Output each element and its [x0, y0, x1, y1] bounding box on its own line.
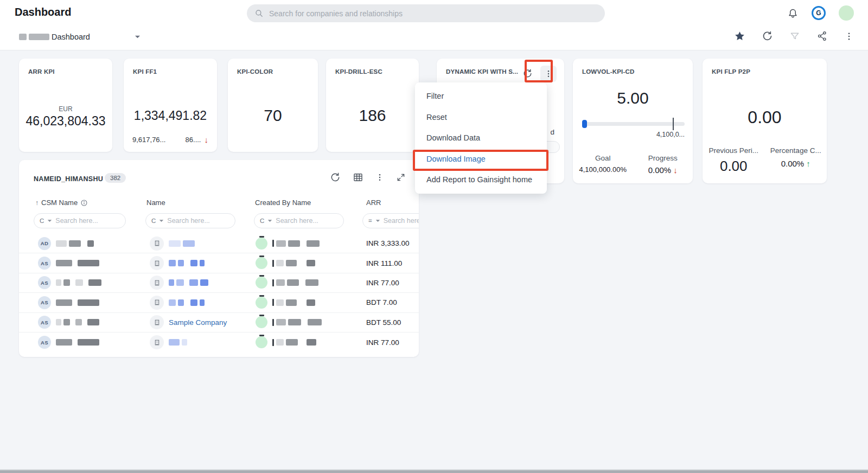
chevron-down-icon [159, 219, 164, 222]
filter-placeholder: Search here... [55, 217, 98, 225]
arr-value: BDT 55.00 [366, 318, 401, 327]
report-refresh-icon[interactable] [330, 172, 341, 183]
favorite-star-icon[interactable] [734, 30, 745, 42]
horizontal-scrollbar[interactable] [0, 469, 868, 473]
csm-avatar: AS [38, 257, 51, 270]
kpi-value: 46,023,804.33 [19, 114, 112, 129]
card-refresh-icon[interactable] [522, 68, 533, 79]
kpi-card-kpi-drill-esc[interactable]: KPI-DRILL-ESC 186 [326, 59, 419, 152]
chevron-down-icon [267, 219, 272, 222]
creator-avatar [256, 277, 267, 289]
filter-csm-name[interactable]: C Search here... [34, 213, 126, 228]
slider-thumb[interactable] [582, 120, 587, 128]
user-avatar[interactable] [839, 5, 854, 21]
search-placeholder: Search for companies and relationships [269, 9, 403, 18]
trend-up-icon: ↑ [806, 159, 810, 168]
column-header-csm-name[interactable]: ↑ CSM Name [35, 199, 88, 207]
card-context-menu: Filter Reset Download Data Download Imag… [415, 82, 547, 194]
page-title: Dashboard [15, 6, 71, 18]
filter-placeholder: Search here... [167, 217, 210, 225]
table-view-icon[interactable] [353, 172, 363, 183]
share-network-icon[interactable] [816, 30, 828, 42]
filter-created-by-name[interactable]: C Search here... [254, 213, 344, 228]
table-row[interactable]: AS INR 77.00 [19, 333, 419, 352]
percentage-change-value: 0.00% ↑ [765, 159, 827, 168]
kpi-footer-left: 9,617,76... [132, 136, 165, 144]
report-kebab-menu-icon[interactable] [375, 173, 384, 182]
table-row[interactable]: AS Sample Company BDT 55.00 [19, 313, 419, 333]
kpi-title: KPI-COLOR [237, 68, 273, 75]
global-search-input[interactable]: Search for companies and relationships [247, 4, 605, 22]
kpi-title: KPI FLP P2P [712, 68, 750, 75]
progress-block: Progress 0.00% ↓ [633, 154, 693, 175]
sort-ascending-icon[interactable]: ↑ [35, 199, 39, 207]
progress-value: 0.00% ↓ [633, 165, 693, 175]
csm-avatar: AS [38, 296, 51, 309]
company-building-icon [150, 237, 164, 251]
percentage-change-label: Percentage C... [765, 146, 827, 155]
dashboard-toolbar-actions [734, 30, 854, 42]
column-header-arr[interactable]: ARR [366, 199, 381, 207]
creator-avatar [256, 297, 267, 309]
goal-label: Goal [573, 154, 633, 162]
table-row[interactable]: AS BDT 7.00 [19, 293, 419, 312]
search-icon [254, 9, 264, 18]
card-kebab-menu-icon[interactable] [540, 66, 557, 82]
table-row[interactable]: AD INR 3,333.00 [19, 234, 419, 253]
menu-item-download-image[interactable]: Download Image [415, 149, 547, 170]
creator-avatar [256, 316, 267, 328]
kpi-value: 0.00 [703, 107, 827, 127]
filter-operator[interactable]: C [40, 218, 44, 224]
more-options-kebab-icon[interactable] [844, 31, 854, 41]
slider-goal-tick [673, 118, 674, 130]
table-row[interactable]: AS INR 111.00 [19, 253, 419, 273]
company-building-icon [150, 276, 164, 290]
filter-name[interactable]: C Search here... [145, 213, 235, 228]
column-header-created-by-name[interactable]: Created By Name [255, 199, 311, 207]
chevron-down-icon [135, 35, 141, 39]
menu-item-add-report-to-gainsight-home[interactable]: Add Report to Gainsight home [415, 169, 547, 190]
goal-progress-slider[interactable] [582, 122, 685, 126]
menu-item-reset[interactable]: Reset [415, 107, 547, 128]
previous-period-label: Previous Peri... [703, 146, 765, 155]
expand-maximize-icon[interactable] [396, 172, 406, 182]
notifications-bell-icon[interactable] [787, 8, 799, 19]
csm-avatar: AS [38, 316, 51, 329]
refresh-icon[interactable] [762, 30, 773, 42]
slider-max-label: 4,100,0... [656, 131, 685, 138]
company-building-icon [150, 256, 164, 270]
filter-operator[interactable]: C [260, 218, 264, 224]
arr-value: INR 3,333.00 [366, 239, 410, 247]
dashboard-toolbar: Dashboard [0, 26, 868, 50]
kpi-card-kpi-color[interactable]: KPI-COLOR 70 [228, 59, 318, 152]
filter-operator[interactable]: C [151, 218, 156, 224]
csm-avatar: AS [38, 276, 51, 289]
menu-item-download-data[interactable]: Download Data [415, 127, 547, 149]
kpi-card-lowvol[interactable]: LOWVOL-KPI-CD 5.00 4,100,0... Goal 4,100… [573, 59, 693, 183]
report-title: NAMEID_HIMANSHU [34, 175, 103, 183]
chevron-down-icon [375, 219, 380, 222]
kpi-value: 70 [228, 106, 318, 125]
arr-value: INR 111.00 [366, 259, 402, 267]
filter-placeholder: Search here... [276, 217, 318, 225]
arr-value: INR 77.00 [366, 338, 399, 347]
company-name-link[interactable]: Sample Company [169, 318, 227, 327]
filter-arr[interactable]: = Search here... [362, 213, 419, 228]
kpi-card-kpi-ff1[interactable]: KPI FF1 1,334,491.82 9,617,76... 86.... … [124, 59, 217, 152]
kpi-footer-right: 86.... [186, 136, 201, 144]
kpi-card-kpi-flp-p2p[interactable]: KPI FLP P2P 0.00 Previous Peri... 0.00 P… [703, 59, 827, 183]
column-header-name[interactable]: Name [146, 199, 165, 207]
app-header: Dashboard Search for companies and relat… [0, 0, 868, 26]
menu-item-filter[interactable]: Filter [415, 86, 547, 107]
dashboard-selector[interactable]: Dashboard [19, 33, 141, 41]
chevron-down-icon [47, 219, 52, 222]
record-count-badge: 382 [105, 173, 126, 183]
redacted-text [19, 34, 27, 40]
gainsight-logo[interactable]: G [812, 6, 826, 20]
info-icon[interactable] [80, 199, 88, 207]
filter-funnel-icon[interactable] [789, 31, 800, 42]
csm-avatar: AD [38, 237, 51, 250]
table-row[interactable]: AS INR 77.00 [19, 273, 419, 293]
filter-operator[interactable]: = [368, 218, 372, 224]
kpi-card-arr-kpi[interactable]: ARR KPI EUR 46,023,804.33 [19, 59, 112, 152]
